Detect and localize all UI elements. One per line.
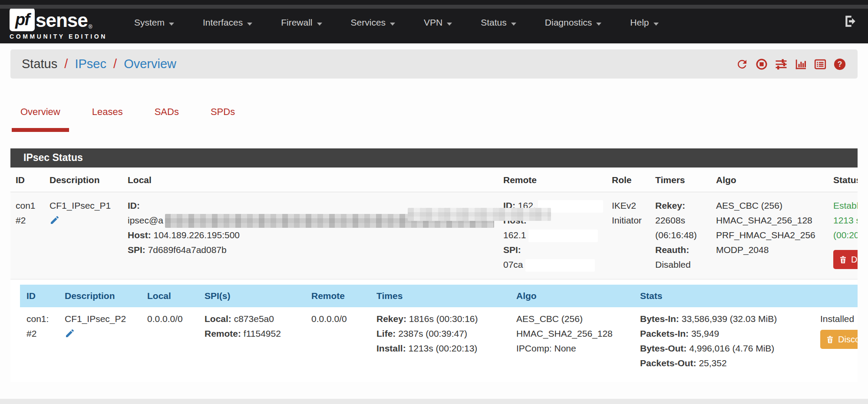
col-remote: Remote — [498, 168, 607, 192]
cell-id: con1 #2 — [10, 192, 44, 279]
breadcrumb-link-overview[interactable]: Overview — [124, 57, 176, 71]
menu-firewall[interactable]: Firewall — [281, 17, 322, 28]
edit-icon[interactable] — [65, 328, 75, 338]
chevron-down-icon — [317, 23, 322, 26]
col-algo: Algo — [510, 285, 634, 307]
menu-interfaces[interactable]: Interfaces — [203, 17, 252, 28]
chevron-down-icon — [169, 23, 174, 26]
breadcrumb-separator: / — [61, 57, 71, 71]
cell-role: IKEv2 Initiator — [607, 192, 650, 279]
disconnect-button[interactable]: Disco — [820, 330, 858, 349]
stop-icon[interactable] — [755, 58, 768, 71]
tab-spds[interactable]: SPDs — [202, 106, 244, 132]
svg-text:?: ? — [838, 60, 842, 69]
cell-stats: Bytes-In: 33,586,939 (32.03 MiB) Packets… — [634, 307, 814, 382]
col-description: Description — [44, 168, 122, 192]
status-installed: Installed — [820, 312, 858, 326]
menu-system[interactable]: System — [134, 17, 174, 28]
menu-services[interactable]: Services — [351, 17, 396, 28]
tab-overview[interactable]: Overview — [12, 106, 69, 132]
chevron-down-icon — [390, 23, 395, 26]
col-timers: Timers — [650, 168, 711, 192]
child-table-header: ID Description Local SPI(s) Remote Times… — [20, 285, 858, 307]
menu-diagnostics[interactable]: Diagnostics — [545, 17, 602, 28]
pfsense-logo[interactable]: pf sense ® COMMUNITY EDITION — [10, 8, 107, 40]
breadcrumb-bar: Status / IPsec / Overview ? — [10, 49, 858, 79]
subnav-tabs: Overview Leases SADs SPDs — [0, 106, 868, 132]
breadcrumb-separator: / — [110, 57, 120, 71]
logout-icon[interactable] — [844, 14, 858, 29]
cell-status: Establ 1213 s (00:20 Dis — [828, 192, 858, 279]
cell-status: Installed Disco — [814, 307, 858, 382]
bar-chart-icon[interactable] — [794, 58, 807, 71]
registered-mark: ® — [89, 24, 92, 31]
cell-algo: AES_CBC (256) HMAC_SHA2_256_128 IPComp: … — [510, 307, 634, 382]
top-navbar: pf sense ® COMMUNITY EDITION System Inte… — [0, 0, 868, 43]
disconnect-button[interactable]: Dis — [833, 250, 858, 269]
cell-local: 0.0.0.0/0 — [141, 307, 198, 382]
window-bottom-strip — [0, 399, 868, 404]
page-action-icons: ? — [736, 58, 846, 71]
redaction-box — [525, 259, 595, 272]
col-algo: Algo — [711, 168, 828, 192]
cell-spis: Local: c873e5a0 Remote: f1154952 — [198, 307, 305, 382]
status-established: Establ — [833, 198, 858, 213]
col-spis: SPI(s) — [198, 285, 305, 307]
ike-table-row: con1 #2 CF1_IPsec_P1 ID: ipsec@a Host: 1… — [10, 192, 858, 279]
cell-description: CF1_IPsec_P2 — [58, 307, 141, 382]
col-id: ID — [10, 168, 44, 192]
col-status: Status — [828, 168, 858, 192]
child-table-row: con1: #2 CF1_IPsec_P2 0.0.0.0/0 Local: c… — [20, 307, 858, 382]
cell-local: ID: ipsec@a Host: 104.189.226.195:500 SP… — [122, 192, 498, 279]
refresh-icon[interactable] — [736, 58, 749, 71]
tab-leases[interactable]: Leases — [83, 106, 132, 132]
chevron-down-icon — [447, 23, 452, 26]
cell-times: Rekey: 1816s (00:30:16) Life: 2387s (00:… — [370, 307, 510, 382]
redaction-box — [528, 230, 598, 242]
cell-description: CF1_IPsec_P1 — [44, 192, 122, 279]
main-menu: System Interfaces Firewall Services VPN … — [134, 17, 659, 28]
col-role: Role — [607, 168, 650, 192]
child-sa-section: ID Description Local SPI(s) Remote Times… — [10, 279, 858, 382]
menu-status[interactable]: Status — [481, 17, 516, 28]
help-icon[interactable]: ? — [833, 58, 846, 71]
cell-remote: 0.0.0.0/0 — [305, 307, 370, 382]
col-times: Times — [370, 285, 510, 307]
tab-sads[interactable]: SADs — [146, 106, 188, 132]
ike-table-header: ID Description Local Remote Role Timers … — [10, 168, 858, 192]
list-icon[interactable] — [814, 58, 827, 71]
edit-icon[interactable] — [50, 215, 60, 225]
col-stats: Stats — [634, 285, 814, 307]
sliders-icon[interactable] — [775, 58, 788, 71]
breadcrumb-section: Status — [22, 57, 57, 71]
breadcrumb: Status / IPsec / Overview — [22, 57, 176, 71]
trash-icon — [825, 335, 835, 344]
panel-title: IPsec Status — [10, 148, 858, 168]
cell-timers: Rekey: 22608s (06:16:48) Reauth: Disable… — [650, 192, 711, 279]
menu-help[interactable]: Help — [630, 17, 658, 28]
cell-id: con1: #2 — [20, 307, 58, 382]
logo-subtitle: COMMUNITY EDITION — [10, 33, 107, 40]
breadcrumb-link-ipsec[interactable]: IPsec — [75, 57, 106, 71]
cell-algo: AES_CBC (256) HMAC_SHA2_256_128 PRF_HMAC… — [711, 192, 828, 279]
menu-vpn[interactable]: VPN — [424, 17, 452, 28]
col-description: Description — [58, 285, 141, 307]
ipsec-status-panel: IPsec Status ID Description Local Remote… — [10, 148, 858, 382]
pf-logo-mark: pf — [10, 8, 35, 31]
cell-remote: ID: 162. Host: 162.1 SPI: 07ca — [498, 192, 607, 279]
col-id: ID — [20, 285, 58, 307]
chevron-down-icon — [596, 23, 601, 26]
chevron-down-icon — [247, 23, 252, 26]
col-remote: Remote — [305, 285, 370, 307]
trash-icon — [838, 255, 848, 264]
window-top-strip — [0, 5, 868, 9]
chevron-down-icon — [511, 23, 516, 26]
redaction-blur — [408, 208, 551, 221]
chevron-down-icon — [653, 23, 659, 26]
col-local: Local — [122, 168, 498, 192]
logo-text: sense — [36, 10, 88, 31]
col-local: Local — [141, 285, 198, 307]
